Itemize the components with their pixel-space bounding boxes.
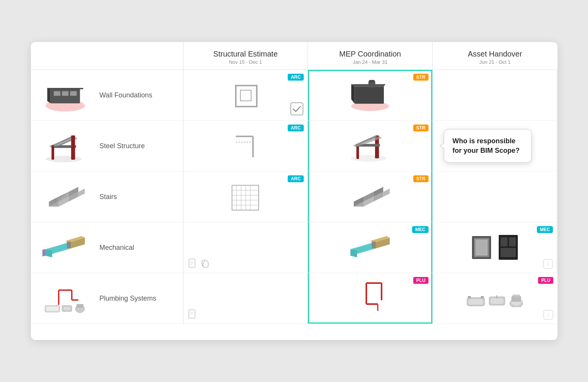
svg-rect-53 bbox=[232, 185, 259, 210]
stairs-thumbnail bbox=[39, 178, 92, 216]
plumbing-mep-cell[interactable]: PLU bbox=[308, 273, 433, 324]
main-card: Structural Estimate Nov 15 - Dec 1 MEP C… bbox=[31, 42, 557, 340]
svg-rect-114 bbox=[512, 296, 521, 301]
svg-marker-37 bbox=[78, 189, 85, 197]
stairs-mep-cell[interactable]: STR bbox=[308, 172, 433, 222]
bim-scope-tooltip: Who is responsible for your BIM Scope? bbox=[444, 129, 532, 163]
plumbing-thumbnail bbox=[39, 279, 92, 317]
stairs-3d-icon bbox=[42, 180, 88, 214]
steel-structure-mep-cell[interactable]: STR Who is responsible for your BIM Scop… bbox=[308, 121, 433, 172]
mechanical-3d-icon bbox=[42, 230, 88, 265]
svg-text:i: i bbox=[548, 312, 549, 318]
svg-rect-14 bbox=[368, 81, 375, 87]
row-stairs-label: Stairs bbox=[31, 172, 184, 222]
steel-structure-diagram-icon bbox=[228, 131, 263, 161]
svg-rect-6 bbox=[70, 91, 76, 96]
steel-structure-structural-cell[interactable]: ARC bbox=[184, 121, 308, 172]
stairs-structural-cell[interactable]: ARC bbox=[184, 172, 308, 222]
svg-rect-115 bbox=[512, 295, 520, 296]
wall-foundations-thumbnail bbox=[39, 76, 92, 114]
wall-foundations-structural-tag: ARC bbox=[288, 74, 304, 81]
svg-marker-12 bbox=[351, 84, 354, 104]
mep-title: MEP Coordination bbox=[314, 50, 426, 58]
svg-rect-110 bbox=[491, 298, 503, 304]
row-steel-structure-label: Steel Structure bbox=[31, 121, 184, 172]
svg-rect-83 bbox=[509, 237, 516, 246]
mechanical-asset-obj1-icon bbox=[470, 234, 493, 261]
document2-icon bbox=[187, 309, 198, 320]
stairs-asset-cell bbox=[433, 172, 557, 222]
svg-rect-108 bbox=[481, 296, 484, 298]
svg-rect-11 bbox=[354, 87, 384, 104]
wall-foundations-asset-cell bbox=[433, 70, 557, 121]
mechanical-asset-obj2-icon bbox=[497, 234, 520, 261]
svg-rect-84 bbox=[501, 248, 516, 257]
svg-rect-15 bbox=[369, 80, 374, 82]
mechanical-text: Mechanical bbox=[100, 244, 134, 252]
row-wall-foundations-label: Wall Foundations bbox=[31, 70, 184, 121]
svg-point-22 bbox=[45, 156, 81, 162]
svg-rect-7 bbox=[236, 86, 257, 107]
svg-rect-94 bbox=[63, 307, 70, 310]
svg-rect-68 bbox=[189, 259, 195, 267]
svg-rect-1 bbox=[50, 89, 80, 104]
svg-rect-92 bbox=[46, 307, 58, 311]
steel-structure-structural-tag: ARC bbox=[288, 125, 304, 131]
stairs-mep-3d-icon bbox=[347, 180, 393, 214]
grid: Structural Estimate Nov 15 - Dec 1 MEP C… bbox=[31, 42, 557, 324]
attach-icon bbox=[200, 258, 211, 269]
row-plumbing-label: Plumbing Systems bbox=[31, 273, 184, 324]
asset-title: Asset Handover bbox=[439, 50, 551, 58]
structural-title: Structural Estimate bbox=[190, 50, 302, 58]
plumbing-structural-cell[interactable] bbox=[184, 273, 308, 324]
info-icon-mechanical-asset: i bbox=[543, 259, 553, 269]
svg-rect-77 bbox=[372, 242, 375, 248]
header-asset: Asset Handover Jun 21 - Oct 1 bbox=[433, 42, 557, 70]
stairs-mep-tag: STR bbox=[413, 175, 429, 182]
steel-structure-mep-3d-icon bbox=[347, 129, 393, 163]
plumbing-structural-icons bbox=[187, 309, 198, 320]
header-mep: MEP Coordination Jan 24 - Mar 31 bbox=[308, 42, 433, 70]
svg-rect-66 bbox=[67, 242, 71, 248]
mechanical-structural-icons bbox=[187, 258, 211, 269]
steel-structure-text: Steel Structure bbox=[100, 142, 145, 150]
svg-rect-44 bbox=[232, 185, 259, 210]
info-icon-plumbing-asset: i bbox=[543, 310, 553, 320]
plumbing-text: Plumbing Systems bbox=[100, 295, 156, 303]
svg-text:i: i bbox=[548, 261, 549, 267]
wall-foundations-mep-cell[interactable]: STR bbox=[308, 70, 433, 121]
mechanical-asset-tag: MEC bbox=[537, 226, 553, 233]
wall-foundations-mep-3d-icon bbox=[347, 78, 393, 112]
plumbing-asset-cell[interactable]: PLU bbox=[433, 273, 557, 324]
svg-marker-57 bbox=[383, 189, 390, 197]
mechanical-mep-cell[interactable]: MEC bbox=[308, 222, 433, 273]
svg-marker-3 bbox=[47, 88, 50, 103]
plumbing-asset-tag: PLU bbox=[538, 277, 553, 284]
plumbing-3d-icon bbox=[42, 281, 88, 316]
svg-rect-96 bbox=[77, 304, 83, 308]
svg-rect-97 bbox=[189, 310, 195, 318]
stairs-text: Stairs bbox=[100, 193, 117, 201]
mechanical-asset-cell[interactable]: MEC i bbox=[433, 222, 557, 273]
svg-point-28 bbox=[351, 155, 387, 162]
steel-structure-thumbnail bbox=[39, 127, 92, 165]
toilet-icon bbox=[509, 290, 524, 307]
svg-rect-82 bbox=[501, 237, 507, 246]
header-label-cell bbox=[31, 42, 184, 70]
mechanical-structural-cell[interactable] bbox=[184, 222, 308, 273]
svg-rect-5 bbox=[62, 91, 68, 96]
plumbing-mep-tag: PLU bbox=[413, 277, 429, 284]
svg-rect-9 bbox=[291, 103, 303, 115]
svg-marker-67 bbox=[42, 249, 46, 257]
svg-rect-23 bbox=[71, 136, 75, 160]
stairs-diagram-icon bbox=[228, 181, 263, 212]
structural-subtitle: Nov 15 - Dec 1 bbox=[190, 59, 302, 65]
wall-foundations-3d-icon bbox=[42, 78, 88, 112]
mechanical-mep-tag: MEC bbox=[412, 226, 429, 233]
svg-rect-106 bbox=[469, 299, 483, 304]
mechanical-mep-3d-icon bbox=[347, 230, 393, 265]
header-structural: Structural Estimate Nov 15 - Dec 1 bbox=[184, 42, 308, 70]
wall-foundations-structural-cell[interactable]: ARC bbox=[184, 70, 308, 121]
mechanical-thumbnail bbox=[39, 228, 92, 267]
svg-rect-107 bbox=[468, 296, 471, 298]
